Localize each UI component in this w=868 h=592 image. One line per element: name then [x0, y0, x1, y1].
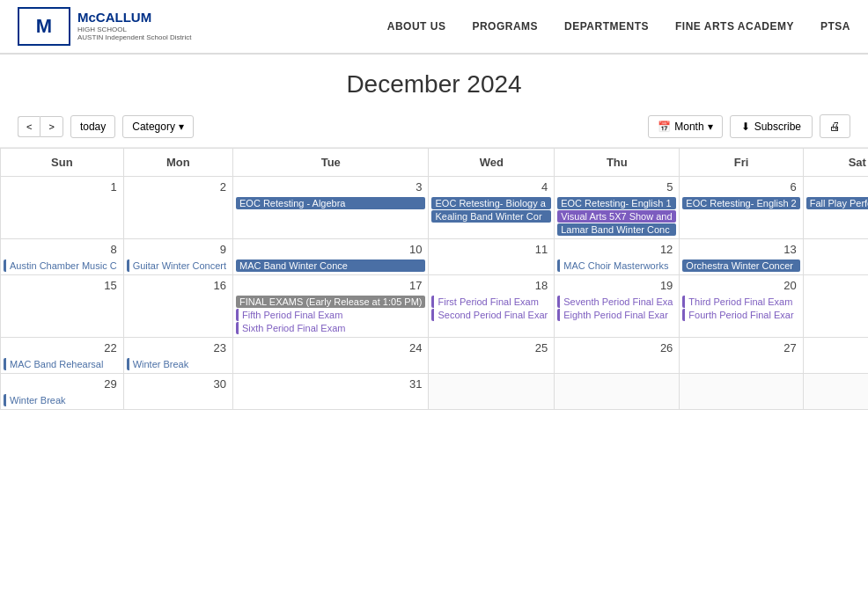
- logo: M McCALLUM HIGH SCHOOL AUSTIN Independen…: [18, 7, 191, 46]
- print-button[interactable]: 🖨: [820, 114, 850, 138]
- page-title: December 2024: [0, 55, 868, 109]
- subscribe-button[interactable]: ⬇ Subscribe: [730, 115, 813, 138]
- calendar-event[interactable]: EOC Retesting- English 2: [682, 197, 799, 209]
- calendar-cell: 18First Period Final ExamSecond Period F…: [429, 275, 555, 338]
- calendar-cell: 13Orchestra Winter Concer: [680, 239, 803, 275]
- calendar-cell: [429, 374, 555, 410]
- calendar-event[interactable]: FINAL EXAMS (Early Release at 1:05 PM): [236, 296, 425, 308]
- day-number: 24: [235, 340, 426, 357]
- calendar-event[interactable]: Fall Play Performance: [806, 197, 868, 209]
- nav-fine-arts[interactable]: FINE ARTS ACADEMY: [675, 20, 794, 33]
- calendar-event[interactable]: Winter Break: [4, 394, 121, 406]
- calendar-event[interactable]: EOC Retesting- Biology a: [431, 197, 551, 209]
- day-number: 13: [681, 241, 800, 259]
- day-number: [805, 376, 868, 380]
- calendar-event[interactable]: Fifth Period Final Exam: [236, 309, 425, 321]
- calendar-cell: 26: [555, 338, 680, 374]
- month-label: Month: [674, 121, 703, 133]
- calendar-event[interactable]: Seventh Period Final Exa: [557, 296, 676, 308]
- calendar-cell: 16: [123, 275, 232, 338]
- nav-departments[interactable]: DEPARTMENTS: [564, 20, 649, 33]
- calendar-event[interactable]: Second Period Final Exar: [431, 309, 551, 321]
- day-number: 7: [805, 179, 868, 196]
- day-number: 15: [3, 277, 121, 295]
- calendar-event[interactable]: MAC Band Winter Conce: [236, 259, 425, 272]
- day-number: 16: [126, 277, 231, 295]
- calendar-cell: [803, 374, 868, 410]
- calendar-week-row: 151617FINAL EXAMS (Early Release at 1:05…: [1, 275, 869, 338]
- calendar-event[interactable]: Visual Arts 5X7 Show and: [557, 210, 676, 223]
- calendar-event[interactable]: Sixth Period Final Exam: [236, 322, 425, 334]
- day-number: 2: [126, 179, 231, 196]
- day-number: 19: [556, 277, 677, 295]
- calendar-cell: 22MAC Band Rehearsal: [1, 338, 124, 374]
- calendar-cell: 4EOC Retesting- Biology aKealing Band Wi…: [429, 177, 555, 239]
- calendar-cell: 6EOC Retesting- English 2: [680, 177, 803, 239]
- calendar-icon: 📅: [658, 121, 671, 133]
- header-tue: Tue: [233, 149, 429, 177]
- calendar-cell: 23Winter Break: [123, 338, 232, 374]
- header-thu: Thu: [555, 149, 680, 177]
- calendar: Sun Mon Tue Wed Thu Fri Sat 123EOC Retes…: [0, 148, 868, 410]
- calendar-cell: [555, 374, 680, 410]
- calendar-event[interactable]: Fourth Period Final Exar: [682, 309, 799, 321]
- day-number: [556, 376, 677, 380]
- nav-programs[interactable]: PROGRAMS: [472, 20, 538, 33]
- category-button[interactable]: Category ▾: [122, 115, 194, 138]
- day-number: 11: [430, 241, 552, 259]
- today-button[interactable]: today: [70, 115, 115, 138]
- calendar-event[interactable]: EOC Retesting - Algebra: [236, 197, 425, 209]
- school-type: HIGH SCHOOL: [77, 26, 191, 34]
- next-button[interactable]: >: [40, 116, 63, 137]
- calendar-cell: 28: [803, 338, 868, 374]
- logo-icon: M: [18, 7, 70, 46]
- nav-ptsa[interactable]: PTSA: [820, 20, 850, 33]
- day-number: 12: [556, 241, 677, 259]
- month-button[interactable]: 📅 Month ▾: [648, 115, 722, 138]
- calendar-cell: 14: [803, 239, 868, 275]
- calendar-event[interactable]: Austin Chamber Music C: [4, 259, 121, 272]
- calendar-event[interactable]: EOC Retesting- English 1: [557, 197, 676, 209]
- nav-about[interactable]: ABOUT US: [387, 20, 446, 33]
- calendar-cell: 29Winter Break: [1, 374, 124, 410]
- day-number: 21: [805, 277, 868, 295]
- calendar-cell: 11: [429, 239, 555, 275]
- download-icon: ⬇: [741, 121, 750, 133]
- subscribe-label: Subscribe: [754, 121, 801, 133]
- calendar-event[interactable]: Third Period Final Exam: [682, 296, 799, 308]
- calendar-event[interactable]: MAC Band Rehearsal: [4, 358, 121, 370]
- day-number: 8: [3, 241, 121, 259]
- calendar-cell: 24: [233, 338, 429, 374]
- header-sun: Sun: [1, 149, 124, 177]
- nav-links: ABOUT US PROGRAMS DEPARTMENTS FINE ARTS …: [387, 20, 850, 33]
- calendar-event[interactable]: Orchestra Winter Concer: [682, 259, 799, 272]
- nav-arrows: < >: [18, 116, 63, 137]
- logo-text: McCALLUM HIGH SCHOOL AUSTIN Independent …: [77, 11, 191, 42]
- day-number: 10: [235, 241, 426, 259]
- calendar-event[interactable]: First Period Final Exam: [431, 296, 551, 308]
- school-name: McCALLUM: [77, 11, 191, 26]
- calendar-event[interactable]: MAC Choir Masterworks: [557, 259, 676, 272]
- calendar-cell: 2: [123, 177, 232, 239]
- calendar-cell: 8Austin Chamber Music C: [1, 239, 124, 275]
- day-number: 29: [3, 376, 121, 393]
- calendar-cell: 20Third Period Final ExamFourth Period F…: [680, 275, 803, 338]
- calendar-week-row: 22MAC Band Rehearsal23Winter Break242526…: [1, 338, 869, 374]
- header-fri: Fri: [680, 149, 803, 177]
- prev-button[interactable]: <: [18, 116, 40, 137]
- calendar-cell: 21: [803, 275, 868, 338]
- calendar-event[interactable]: Lamar Band Winter Conc: [557, 223, 676, 236]
- day-number: 17: [235, 277, 426, 295]
- day-number: 31: [235, 376, 426, 393]
- calendar-cell: 5EOC Retesting- English 1Visual Arts 5X7…: [555, 177, 680, 239]
- calendar-event[interactable]: Eighth Period Final Exar: [557, 309, 676, 321]
- day-number: 26: [556, 340, 677, 357]
- calendar-event[interactable]: Winter Break: [127, 358, 230, 370]
- weekday-header-row: Sun Mon Tue Wed Thu Fri Sat: [1, 149, 869, 177]
- calendar-cell: 19Seventh Period Final ExaEighth Period …: [555, 275, 680, 338]
- calendar-cell: 10MAC Band Winter Conce: [233, 239, 429, 275]
- category-label: Category: [132, 121, 175, 133]
- calendar-week-row: 29Winter Break3031: [1, 374, 869, 410]
- calendar-event[interactable]: Guitar Winter Concert: [127, 259, 230, 272]
- calendar-event[interactable]: Kealing Band Winter Cor: [431, 210, 551, 223]
